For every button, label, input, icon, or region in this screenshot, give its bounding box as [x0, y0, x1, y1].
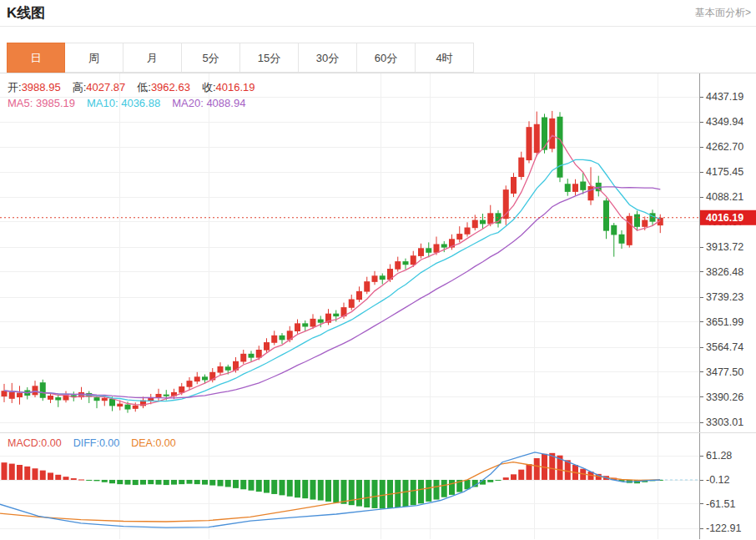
tab-60min[interactable]: 60分 — [357, 43, 416, 73]
macd-legend: MACD:0.00DIFF:0.00DEA:0.00 — [8, 437, 176, 449]
macd-panel: 61.28-0.12-61.51-122.91 MACD:0.00DIFF:0.… — [0, 433, 756, 539]
svg-text:3826.48: 3826.48 — [706, 266, 743, 278]
high-value: 4027.87 — [86, 81, 125, 93]
macd-chart[interactable]: 61.28-0.12-61.51-122.91 — [0, 433, 756, 539]
candlestick-chart[interactable]: 4437.194349.944262.704175.454088.214000.… — [0, 73, 756, 433]
svg-text:4437.19: 4437.19 — [706, 91, 743, 103]
open-value: 3988.95 — [22, 81, 61, 93]
dea-value: 0.00 — [155, 437, 175, 449]
macd-label: MACD: — [8, 437, 41, 449]
svg-text:61.28: 61.28 — [706, 450, 732, 462]
svg-text:4175.45: 4175.45 — [706, 166, 743, 178]
high-label: 高: — [73, 81, 87, 93]
svg-text:3739.23: 3739.23 — [706, 291, 743, 303]
ma5-value: 3985.19 — [36, 97, 75, 109]
svg-text:3564.74: 3564.74 — [706, 341, 743, 353]
ma20-label: MA20: — [172, 97, 204, 109]
ma10-label: MA10: — [87, 97, 118, 109]
diff-label: DIFF: — [73, 437, 99, 449]
low-label: 低: — [137, 81, 151, 93]
svg-text:3913.72: 3913.72 — [706, 241, 743, 253]
diff-value: 0.00 — [99, 437, 119, 449]
svg-text:4088.21: 4088.21 — [706, 191, 743, 203]
svg-text:4262.70: 4262.70 — [706, 141, 743, 153]
svg-text:4016.19: 4016.19 — [706, 212, 743, 224]
ma20-value: 4088.94 — [206, 97, 245, 109]
page-title: K线图 — [7, 3, 45, 23]
open-label: 开: — [8, 81, 22, 93]
ma-legend: MA5: 3985.19MA10: 4036.88MA20: 4088.94 — [8, 97, 245, 109]
svg-text:-61.51: -61.51 — [706, 498, 735, 510]
period-tab-bar: 日 周 月 5分 15分 30分 60分 4时 — [0, 43, 756, 73]
ma10-value: 4036.88 — [121, 97, 160, 109]
low-value: 3962.63 — [151, 81, 190, 93]
titlebar: K线图 基本面分析> — [0, 0, 756, 27]
tab-30min[interactable]: 30分 — [299, 43, 357, 73]
svg-text:3390.26: 3390.26 — [706, 391, 743, 403]
tab-month[interactable]: 月 — [123, 43, 182, 73]
tab-4hour[interactable]: 4时 — [416, 43, 474, 73]
svg-text:-0.12: -0.12 — [706, 474, 730, 486]
svg-text:-122.91: -122.91 — [706, 522, 741, 534]
fundamental-analysis-link[interactable]: 基本面分析> — [695, 6, 751, 20]
ma5-label: MA5: — [8, 97, 33, 109]
ohlc-legend: 开:3988.95高:4027.87低:3962.63收:4016.19 — [8, 80, 267, 95]
svg-text:4349.94: 4349.94 — [706, 116, 743, 128]
tab-day[interactable]: 日 — [7, 43, 65, 73]
svg-text:3477.50: 3477.50 — [706, 366, 743, 378]
main-chart-panel: 4437.194349.944262.704175.454088.214000.… — [0, 73, 756, 433]
tab-5min[interactable]: 5分 — [182, 43, 240, 73]
tab-15min[interactable]: 15分 — [240, 43, 299, 73]
macd-value: 0.00 — [41, 437, 61, 449]
svg-text:3303.01: 3303.01 — [706, 416, 743, 428]
svg-text:3651.99: 3651.99 — [706, 316, 743, 328]
close-label: 收: — [202, 81, 216, 93]
dea-label: DEA: — [131, 437, 155, 449]
tab-week[interactable]: 周 — [65, 43, 123, 73]
close-value: 4016.19 — [216, 81, 255, 93]
